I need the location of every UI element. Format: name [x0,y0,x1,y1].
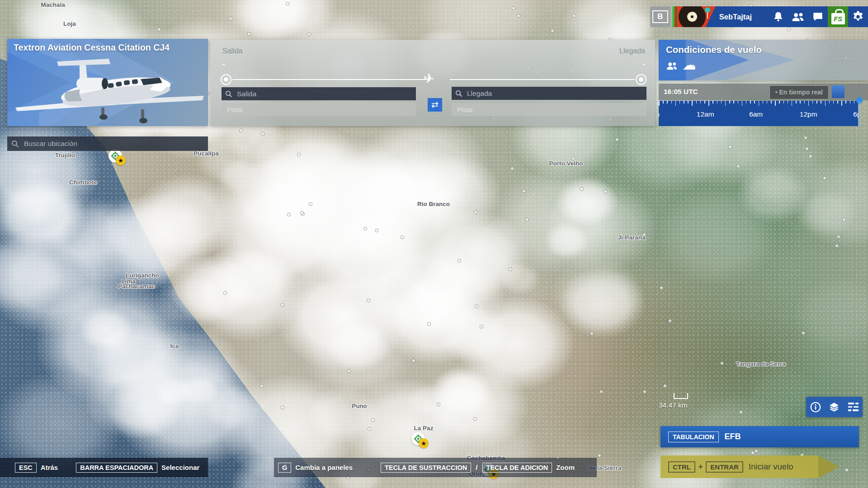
timeline-label: 6am [749,110,763,118]
realtime-toggle-label[interactable]: • En tiempo real [769,85,829,99]
current-time-line [859,102,860,126]
layers-icon [828,401,840,413]
efb-label: EFB [725,432,741,441]
map-label: Pachacamac [118,283,155,290]
friends-button[interactable] [788,6,808,27]
toolbar-strip: SebTajtaj FS [706,6,868,27]
flight-conditions-panel: Condiciones de vuelo ☁⚙ 16:05 UTC • En t… [659,40,868,126]
aircraft-title: Textron Aviation Cessna Citation CJ4 [14,42,170,53]
hint-bar-center: G Cambia a paneles TECLA DE SUSTRACCION … [274,458,597,477]
location-search-input[interactable] [23,139,204,148]
chat-icon [812,11,824,23]
notifications-button[interactable] [768,6,788,27]
map-marker-la-paz[interactable]: ★ [411,432,427,447]
info-button[interactable] [808,398,823,416]
world-map-screen: MachalaLojaTrujilloPucallpaChimbotePorto… [0,0,868,488]
map-tools [806,397,863,417]
map-label: Chimbote [69,179,97,186]
hint-panels: G Cambia a paneles [278,463,353,473]
hint-bar-left: ESC Atrás BARRA ESPACIADORA Seleccionar [0,458,208,477]
enter-key-badge: ENTRAR [706,461,743,473]
time-row: 16:05 UTC • En tiempo real [659,84,868,100]
legend-button[interactable] [845,398,861,416]
arrival-selected: - [642,60,645,69]
search-icon [455,90,462,97]
aircraft-card[interactable]: Textron Aviation Cessna Citation CJ4 [7,39,208,126]
arrival-runway-input[interactable] [456,105,642,114]
avatar-vinyl-dot [691,15,693,18]
departure-search-input[interactable] [236,89,412,99]
time-ruler[interactable]: pm12am6am12pm6p [659,101,858,126]
chat-button[interactable] [808,6,828,27]
plus-separator: + [698,463,703,471]
conditions-icons: ☁⚙ [665,60,698,72]
utc-time: 16:05 UTC [664,88,698,96]
legend-icon [848,403,859,411]
departure-runway-field[interactable] [222,103,416,116]
hint-zoom-label: Zoom [556,464,575,471]
arrival-search-input[interactable] [466,89,643,98]
avatar-stripe [672,6,674,27]
g-key-badge: G [278,463,291,473]
start-flight-button[interactable]: CTRL + ENTRAR Iniciar vuelo [660,455,840,478]
arrival-range-slider[interactable] [450,74,646,85]
timeline-label: 12am [697,110,714,118]
map-label: Tangara da Serra [736,361,785,367]
flight-planner-panel: Salida Llegada - - ✈ ⇄ [210,40,655,126]
map-label: Ica [170,343,179,349]
departure-range-slider[interactable] [221,74,429,85]
esc-key-badge: ESC [15,463,37,473]
hint-zoom-separator: / [476,464,477,471]
spacebar-key-badge: BARRA ESPACIADORA [76,463,157,473]
ctrl-key-badge: CTRL [668,461,695,473]
controller-b-label: B [652,10,668,23]
start-arrow-decoration [818,455,839,478]
plane-icon: ✈ [422,70,436,87]
aircraft-image [12,54,206,124]
settings-button[interactable] [848,6,868,27]
arrival-search-field[interactable] [452,87,646,100]
map-label: Rio Branco [417,201,450,207]
flight-conditions-title: Condiciones de vuelo [666,44,762,55]
favorite-star-icon: ★ [116,155,126,165]
timeline-label: 6p [853,110,858,118]
map-marker-trujillo[interactable]: ★ [108,149,124,164]
map-label: Porto Velho [549,160,583,167]
hint-back-label: Atrás [41,464,58,471]
friends-icon [791,11,805,23]
weather-settings-icon: ☁⚙ [682,60,698,72]
multiplayer-icon [665,61,679,71]
marketplace-bag-icon: FS [831,13,845,24]
marketplace-button[interactable]: FS [828,6,848,27]
swap-airports-button[interactable]: ⇄ [428,98,442,112]
search-icon [225,90,232,98]
arrival-label: Llegada [619,47,645,55]
subtract-key-badge: TECLA DE SUSTRACCION [381,463,471,473]
flight-conditions-header[interactable]: Condiciones de vuelo ☁⚙ [659,40,868,80]
timeline-label: pm [659,110,660,118]
arrival-runway-field[interactable] [452,103,646,116]
slider-track [232,79,429,80]
start-flight-body: CTRL + ENTRAR Iniciar vuelo [660,455,818,478]
hint-back: ESC Atrás [15,463,58,473]
hint-select: BARRA ESPACIADORA Seleccionar [76,463,199,473]
avatar-pin-stem [707,12,708,19]
map-label: Ji-Paraná [618,234,646,241]
slider-handle[interactable] [636,74,646,85]
map-label: Puno [352,403,367,409]
departure-runway-input[interactable] [226,105,411,114]
slider-track [450,79,635,80]
map-scale-value: 34.47 km [659,401,688,409]
departure-selected: - [222,60,225,69]
slider-handle[interactable] [221,74,231,85]
realtime-toggle-switch[interactable] [832,85,844,98]
efb-button[interactable]: TABULACION EFB [660,426,859,447]
map-scale: 34.47 km [659,393,688,409]
map-label: Trujillo [55,152,75,159]
hint-panels-label: Cambia a paneles [295,464,353,471]
departure-search-field[interactable] [222,87,416,100]
layers-button[interactable] [826,398,842,416]
controller-b-badge: B [650,6,670,27]
add-key-badge: TECLA DE ADICION [482,463,552,473]
location-search-box[interactable] [7,136,208,151]
